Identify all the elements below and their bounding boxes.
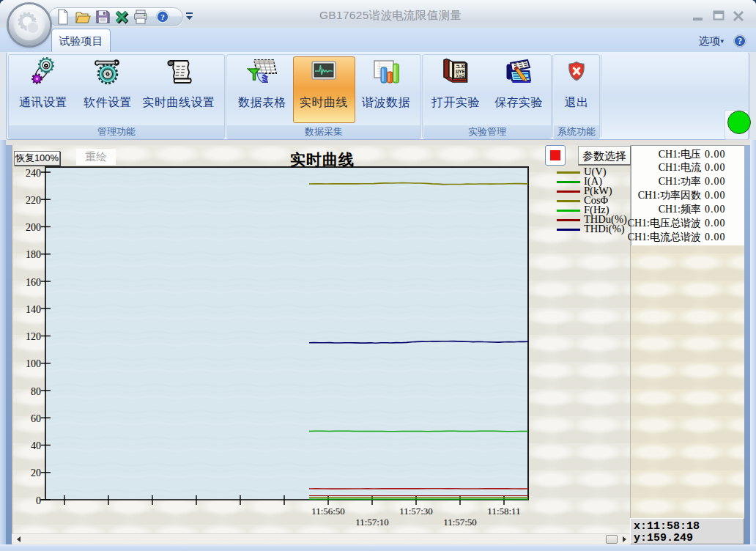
svg-text:11:57:50: 11:57:50 [443, 517, 477, 528]
svg-text:120: 120 [26, 331, 41, 342]
svg-text:60: 60 [31, 413, 41, 424]
svg-text:11:57:30: 11:57:30 [399, 506, 433, 517]
svg-text:220: 220 [26, 195, 41, 206]
svg-text:20: 20 [31, 467, 41, 478]
svg-text:0: 0 [36, 495, 41, 506]
svg-text:40: 40 [31, 440, 41, 451]
svg-text:100: 100 [26, 358, 41, 369]
svg-text:200: 200 [26, 222, 41, 233]
svg-text:11:56:50: 11:56:50 [311, 506, 345, 517]
svg-text:80: 80 [31, 386, 41, 397]
svg-text:?: ? [160, 12, 165, 21]
svg-text:╳⊙⊇: ╳⊙⊇ [455, 73, 465, 79]
svg-text:11:58:11: 11:58:11 [487, 506, 520, 517]
svg-text:11:57:10: 11:57:10 [355, 517, 389, 528]
svg-text:180: 180 [26, 249, 41, 260]
svg-text:?: ? [738, 37, 742, 45]
svg-text:240: 240 [26, 168, 41, 179]
svg-text:140: 140 [26, 304, 41, 315]
svg-text:160: 160 [26, 277, 41, 288]
